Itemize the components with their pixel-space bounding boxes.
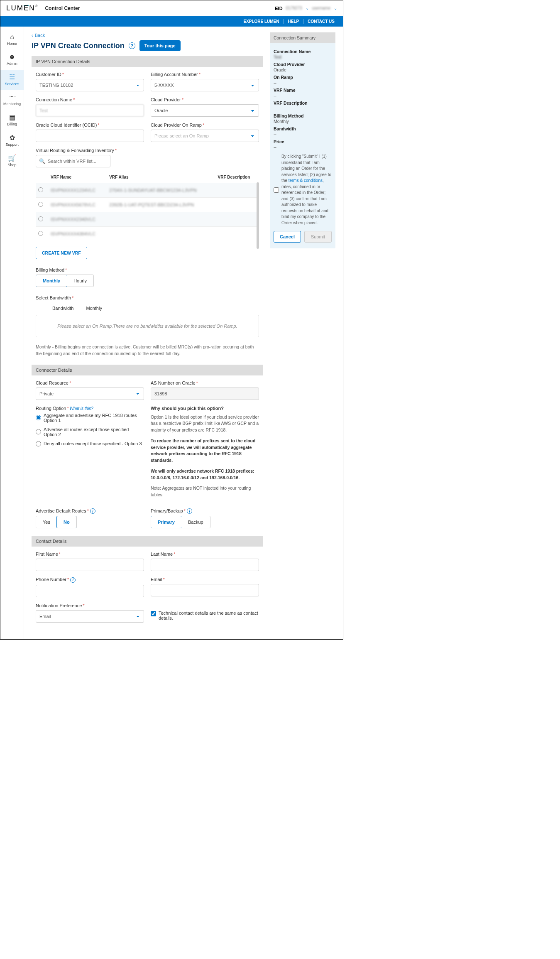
nav-support[interactable]: ✿Support xyxy=(0,130,24,151)
sum-bw-lbl: Bandwidth xyxy=(274,126,332,131)
what-is-this-link[interactable]: What is this? xyxy=(70,406,93,411)
pb-backup[interactable]: Backup xyxy=(181,516,210,528)
sum-cp-val: Oracle xyxy=(274,67,332,72)
bandwidth-empty-msg: Please select an On Ramp.There are no ba… xyxy=(36,315,259,337)
utility-bar: EXPLORE LUMEN HELP CONTACT US xyxy=(0,16,343,27)
nav-monitoring[interactable]: 〰Monitoring xyxy=(0,90,24,110)
home-icon: ⌂ xyxy=(10,33,14,41)
consent-row: By clicking "Submit" I (1) understand th… xyxy=(274,154,332,226)
search-icon: 🔍 xyxy=(39,158,45,164)
terms-link[interactable]: terms & conditions xyxy=(289,178,323,183)
section-connector-details: Connector Details xyxy=(32,365,263,375)
monitoring-icon: 〰 xyxy=(9,93,15,101)
why-text-2: To reduce the number of prefixes sent to… xyxy=(151,438,259,464)
vrf-row[interactable]: ISVPNXXXX1234VLC2704X-1-SUNDAYUAT-BBCW12… xyxy=(36,183,259,198)
nav-services[interactable]: ☱Services xyxy=(0,70,24,90)
admin-icon: ☻ xyxy=(9,53,16,61)
same-contact-checkbox[interactable] xyxy=(151,611,156,616)
lumen-logo: LUMEN® xyxy=(6,4,37,12)
ocid-input[interactable] xyxy=(36,130,144,142)
sum-cp-lbl: Cloud Provider xyxy=(274,62,332,67)
sum-bw-val: -- xyxy=(274,132,332,137)
billing-method-toggle: Monthly Hourly xyxy=(36,275,94,287)
nav-admin[interactable]: ☻Admin xyxy=(0,50,24,70)
vrf-radio[interactable] xyxy=(38,187,43,192)
adr-label: Advertise Default Routes*i xyxy=(36,508,144,514)
routing-opt2[interactable]: Advertise all routes except those specif… xyxy=(36,427,144,437)
vrf-scrollbar[interactable] xyxy=(257,182,259,249)
billing-hourly-option[interactable]: Hourly xyxy=(67,275,93,287)
nav-shop[interactable]: 🛒Shop xyxy=(0,151,24,171)
customer-id-label: Customer ID* xyxy=(36,72,144,77)
cancel-button[interactable]: Cancel xyxy=(274,231,301,243)
billing-monthly-option[interactable]: Monthly xyxy=(36,275,67,287)
routing-opt3[interactable]: Deny all routes except those specified -… xyxy=(36,441,144,446)
user-dropdown-icon[interactable]: ⌄ xyxy=(334,6,337,10)
bw-col-bandwidth: Bandwidth xyxy=(52,306,73,311)
connection-name-input[interactable] xyxy=(36,104,144,117)
routing-radio-3[interactable] xyxy=(36,441,41,446)
info-icon[interactable]: i xyxy=(70,577,76,583)
why-heading: Why should you pick this option? xyxy=(151,406,259,411)
first-name-input[interactable] xyxy=(36,559,144,571)
nav-home[interactable]: ⌂Home xyxy=(0,30,24,50)
sum-or-lbl: On Ramp xyxy=(274,75,332,80)
vrf-table: VRF Name VRF Alias VRF Description ISVPN… xyxy=(36,172,259,241)
vrf-search-input[interactable] xyxy=(36,155,110,167)
create-vrf-button[interactable]: CREATE NEW VRF xyxy=(36,247,87,259)
vrf-radio[interactable] xyxy=(38,202,43,207)
vrf-radio[interactable] xyxy=(38,231,43,236)
nav-billing[interactable]: ▤Billing xyxy=(0,110,24,130)
why-text-1: Option 1 is the ideal option if your clo… xyxy=(151,414,259,434)
user-menu[interactable]: username xyxy=(312,6,330,10)
email-input[interactable] xyxy=(151,584,259,596)
explore-link[interactable]: EXPLORE LUMEN xyxy=(239,19,283,24)
adr-toggle: Yes No xyxy=(36,516,77,528)
info-icon[interactable]: i xyxy=(90,508,95,514)
routing-option-label: Routing Option*What is this? xyxy=(36,406,144,411)
help-link[interactable]: HELP xyxy=(284,19,303,24)
eid-label: EID xyxy=(275,6,282,11)
consent-checkbox[interactable] xyxy=(274,154,279,226)
billing-method-label: Billing Method* xyxy=(36,267,259,272)
phone-input[interactable] xyxy=(36,585,144,597)
contact-link[interactable]: CONTACT US xyxy=(303,19,339,24)
cloud-provider-select[interactable]: Oracle xyxy=(151,104,259,117)
adr-yes[interactable]: Yes xyxy=(36,516,57,528)
customer-id-select[interactable]: TESTING 10182 xyxy=(36,79,144,91)
sum-vn-val: -- xyxy=(274,93,332,98)
pb-primary[interactable]: Primary xyxy=(151,516,182,528)
adr-no[interactable]: No xyxy=(56,516,77,528)
back-link[interactable]: ‹Back xyxy=(32,33,45,38)
eid-dropdown-icon[interactable]: ⌄ xyxy=(306,6,309,10)
cloud-resource-select[interactable]: Private xyxy=(36,388,144,400)
vrf-row[interactable]: ISVPNXXXX5678VLC2392B-1-UAT-PQTEST-BBCD2… xyxy=(36,198,259,212)
last-name-input[interactable] xyxy=(151,559,259,571)
tour-button[interactable]: Tour this page xyxy=(139,40,181,51)
submit-button[interactable]: Submit xyxy=(304,231,332,243)
sum-vn-lbl: VRF Name xyxy=(274,88,332,93)
vrf-radio[interactable] xyxy=(38,216,43,221)
shop-icon: 🛒 xyxy=(8,154,16,162)
section-connection-details: IP VPN Connection Details xyxy=(32,56,263,67)
onramp-label: Cloud Provider On Ramp* xyxy=(151,123,259,128)
info-icon[interactable]: i xyxy=(187,508,192,514)
page-title: IP VPN Create Connection xyxy=(32,42,125,50)
first-name-label: First Name* xyxy=(36,552,144,557)
eid-value: 0179273 xyxy=(286,6,302,10)
onramp-select[interactable]: Please select an On Ramp xyxy=(151,130,259,142)
routing-radio-1[interactable] xyxy=(36,415,41,420)
help-icon[interactable]: ? xyxy=(129,42,135,49)
sum-pr-lbl: Price xyxy=(274,139,332,144)
header-right: EID 0179273 ⌄ username ⌄ xyxy=(275,6,337,11)
same-contact-checkbox-row: Technical contact details are the same a… xyxy=(151,611,259,621)
routing-radio-2[interactable] xyxy=(36,429,41,434)
notif-pref-select[interactable]: Email xyxy=(36,610,144,623)
billing-note: Monthly - Billing begins once connection… xyxy=(36,344,259,357)
last-name-label: Last Name* xyxy=(151,552,259,557)
routing-opt1[interactable]: Aggregate and advertise my RFC 1918 rout… xyxy=(36,413,144,423)
vrf-row[interactable]: ISVPNXXXX2340VLC xyxy=(36,212,259,227)
ban-select[interactable]: 5-XXXXX xyxy=(151,79,259,91)
chevron-left-icon: ‹ xyxy=(32,33,33,38)
vrf-row[interactable]: ISVPNXXXX4384VLC xyxy=(36,227,259,241)
